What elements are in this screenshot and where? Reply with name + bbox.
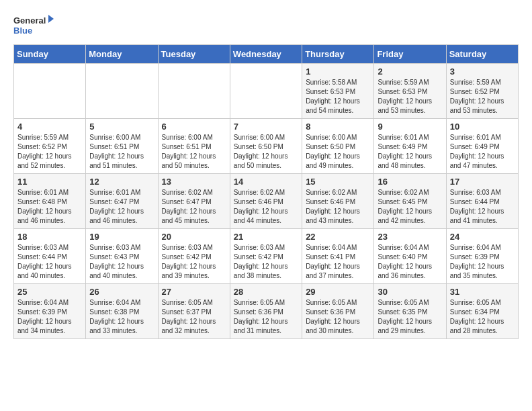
- calendar-cell: [158, 64, 230, 119]
- cell-details: Sunrise: 6:01 AM Sunset: 6:48 PM Dayligh…: [17, 188, 82, 226]
- cell-details: Sunrise: 6:00 AM Sunset: 6:50 PM Dayligh…: [234, 133, 298, 171]
- day-number: 6: [162, 122, 226, 132]
- calendar-cell: 17Sunrise: 6:03 AM Sunset: 6:44 PM Dayli…: [446, 174, 518, 229]
- day-number: 19: [89, 232, 154, 242]
- weekday-header-saturday: Saturday: [446, 45, 518, 64]
- cell-details: Sunrise: 5:59 AM Sunset: 6:52 PM Dayligh…: [450, 78, 515, 116]
- day-number: 25: [17, 287, 82, 297]
- cell-details: Sunrise: 6:04 AM Sunset: 6:41 PM Dayligh…: [306, 243, 370, 281]
- calendar-cell: 11Sunrise: 6:01 AM Sunset: 6:48 PM Dayli…: [14, 174, 86, 229]
- cell-details: Sunrise: 6:01 AM Sunset: 6:47 PM Dayligh…: [89, 188, 154, 226]
- cell-details: Sunrise: 6:03 AM Sunset: 6:42 PM Dayligh…: [162, 243, 226, 281]
- calendar-cell: 27Sunrise: 6:05 AM Sunset: 6:37 PM Dayli…: [158, 284, 230, 339]
- day-number: 29: [306, 287, 370, 297]
- calendar-week-row: 25Sunrise: 6:04 AM Sunset: 6:39 PM Dayli…: [14, 284, 519, 339]
- day-number: 24: [450, 232, 515, 242]
- day-number: 2: [378, 66, 442, 77]
- calendar-table: SundayMondayTuesdayWednesdayThursdayFrid…: [13, 44, 519, 339]
- calendar-cell: 8Sunrise: 6:00 AM Sunset: 6:50 PM Daylig…: [302, 119, 374, 174]
- page-header: General Blue: [13, 13, 519, 38]
- day-number: 4: [17, 122, 82, 132]
- svg-text:General: General: [13, 15, 46, 26]
- calendar-cell: 25Sunrise: 6:04 AM Sunset: 6:39 PM Dayli…: [14, 284, 86, 339]
- calendar-cell: 22Sunrise: 6:04 AM Sunset: 6:41 PM Dayli…: [302, 229, 374, 284]
- calendar-cell: 19Sunrise: 6:03 AM Sunset: 6:43 PM Dayli…: [86, 229, 158, 284]
- calendar-cell: 20Sunrise: 6:03 AM Sunset: 6:42 PM Dayli…: [158, 229, 230, 284]
- cell-details: Sunrise: 6:01 AM Sunset: 6:49 PM Dayligh…: [450, 133, 515, 171]
- day-number: 12: [89, 177, 154, 187]
- day-number: 1: [306, 66, 370, 77]
- cell-details: Sunrise: 6:05 AM Sunset: 6:35 PM Dayligh…: [378, 298, 442, 336]
- weekday-header-wednesday: Wednesday: [230, 45, 302, 64]
- calendar-cell: 2Sunrise: 5:59 AM Sunset: 6:53 PM Daylig…: [374, 64, 446, 119]
- day-number: 28: [234, 287, 298, 297]
- day-number: 14: [234, 177, 298, 187]
- weekday-header-sunday: Sunday: [14, 45, 86, 64]
- day-number: 5: [89, 122, 154, 132]
- day-number: 10: [450, 122, 515, 132]
- day-number: 23: [378, 232, 442, 242]
- cell-details: Sunrise: 6:05 AM Sunset: 6:36 PM Dayligh…: [234, 298, 298, 336]
- calendar-cell: 16Sunrise: 6:02 AM Sunset: 6:45 PM Dayli…: [374, 174, 446, 229]
- calendar-cell: 13Sunrise: 6:02 AM Sunset: 6:47 PM Dayli…: [158, 174, 230, 229]
- weekday-header-row: SundayMondayTuesdayWednesdayThursdayFrid…: [14, 45, 519, 64]
- calendar-cell: 21Sunrise: 6:03 AM Sunset: 6:42 PM Dayli…: [230, 229, 302, 284]
- calendar-cell: 15Sunrise: 6:02 AM Sunset: 6:46 PM Dayli…: [302, 174, 374, 229]
- calendar-cell: 24Sunrise: 6:04 AM Sunset: 6:39 PM Dayli…: [446, 229, 518, 284]
- cell-details: Sunrise: 6:05 AM Sunset: 6:34 PM Dayligh…: [450, 298, 515, 336]
- calendar-week-row: 18Sunrise: 6:03 AM Sunset: 6:44 PM Dayli…: [14, 229, 519, 284]
- day-number: 13: [162, 177, 226, 187]
- cell-details: Sunrise: 6:04 AM Sunset: 6:38 PM Dayligh…: [89, 298, 154, 336]
- calendar-cell: [230, 64, 302, 119]
- cell-details: Sunrise: 6:00 AM Sunset: 6:51 PM Dayligh…: [162, 133, 226, 171]
- day-number: 31: [450, 287, 515, 297]
- calendar-cell: 14Sunrise: 6:02 AM Sunset: 6:46 PM Dayli…: [230, 174, 302, 229]
- cell-details: Sunrise: 6:00 AM Sunset: 6:50 PM Dayligh…: [306, 133, 370, 171]
- cell-details: Sunrise: 6:03 AM Sunset: 6:44 PM Dayligh…: [17, 243, 82, 281]
- day-number: 11: [17, 177, 82, 187]
- day-number: 20: [162, 232, 226, 242]
- day-number: 16: [378, 177, 442, 187]
- calendar-cell: 10Sunrise: 6:01 AM Sunset: 6:49 PM Dayli…: [446, 119, 518, 174]
- calendar-cell: [14, 64, 86, 119]
- cell-details: Sunrise: 6:05 AM Sunset: 6:37 PM Dayligh…: [162, 298, 226, 336]
- logo: General Blue: [13, 13, 54, 38]
- calendar-week-row: 4Sunrise: 5:59 AM Sunset: 6:52 PM Daylig…: [14, 119, 519, 174]
- calendar-cell: 18Sunrise: 6:03 AM Sunset: 6:44 PM Dayli…: [14, 229, 86, 284]
- calendar-cell: 30Sunrise: 6:05 AM Sunset: 6:35 PM Dayli…: [374, 284, 446, 339]
- day-number: 21: [234, 232, 298, 242]
- cell-details: Sunrise: 6:02 AM Sunset: 6:47 PM Dayligh…: [162, 188, 226, 226]
- day-number: 30: [378, 287, 442, 297]
- cell-details: Sunrise: 6:05 AM Sunset: 6:36 PM Dayligh…: [306, 298, 370, 336]
- cell-details: Sunrise: 5:58 AM Sunset: 6:53 PM Dayligh…: [306, 78, 370, 116]
- day-number: 18: [17, 232, 82, 242]
- weekday-header-tuesday: Tuesday: [158, 45, 230, 64]
- calendar-cell: 4Sunrise: 5:59 AM Sunset: 6:52 PM Daylig…: [14, 119, 86, 174]
- calendar-cell: 12Sunrise: 6:01 AM Sunset: 6:47 PM Dayli…: [86, 174, 158, 229]
- calendar-cell: 3Sunrise: 5:59 AM Sunset: 6:52 PM Daylig…: [446, 64, 518, 119]
- cell-details: Sunrise: 6:04 AM Sunset: 6:39 PM Dayligh…: [450, 243, 515, 281]
- cell-details: Sunrise: 6:02 AM Sunset: 6:46 PM Dayligh…: [306, 188, 370, 226]
- calendar-cell: 28Sunrise: 6:05 AM Sunset: 6:36 PM Dayli…: [230, 284, 302, 339]
- calendar-week-row: 1Sunrise: 5:58 AM Sunset: 6:53 PM Daylig…: [14, 64, 519, 119]
- day-number: 22: [306, 232, 370, 242]
- calendar-cell: 5Sunrise: 6:00 AM Sunset: 6:51 PM Daylig…: [86, 119, 158, 174]
- calendar-cell: 31Sunrise: 6:05 AM Sunset: 6:34 PM Dayli…: [446, 284, 518, 339]
- weekday-header-friday: Friday: [374, 45, 446, 64]
- calendar-cell: [86, 64, 158, 119]
- calendar-week-row: 11Sunrise: 6:01 AM Sunset: 6:48 PM Dayli…: [14, 174, 519, 229]
- cell-details: Sunrise: 6:00 AM Sunset: 6:51 PM Dayligh…: [89, 133, 154, 171]
- day-number: 9: [378, 122, 442, 132]
- calendar-cell: 1Sunrise: 5:58 AM Sunset: 6:53 PM Daylig…: [302, 64, 374, 119]
- logo-svg: General Blue: [13, 13, 54, 38]
- cell-details: Sunrise: 5:59 AM Sunset: 6:52 PM Dayligh…: [17, 133, 82, 171]
- cell-details: Sunrise: 6:03 AM Sunset: 6:42 PM Dayligh…: [234, 243, 298, 281]
- svg-text:Blue: Blue: [13, 26, 32, 36]
- day-number: 15: [306, 177, 370, 187]
- cell-details: Sunrise: 6:04 AM Sunset: 6:39 PM Dayligh…: [17, 298, 82, 336]
- calendar-cell: 7Sunrise: 6:00 AM Sunset: 6:50 PM Daylig…: [230, 119, 302, 174]
- cell-details: Sunrise: 6:01 AM Sunset: 6:49 PM Dayligh…: [378, 133, 442, 171]
- cell-details: Sunrise: 5:59 AM Sunset: 6:53 PM Dayligh…: [378, 78, 442, 116]
- day-number: 26: [89, 287, 154, 297]
- cell-details: Sunrise: 6:02 AM Sunset: 6:45 PM Dayligh…: [378, 188, 442, 226]
